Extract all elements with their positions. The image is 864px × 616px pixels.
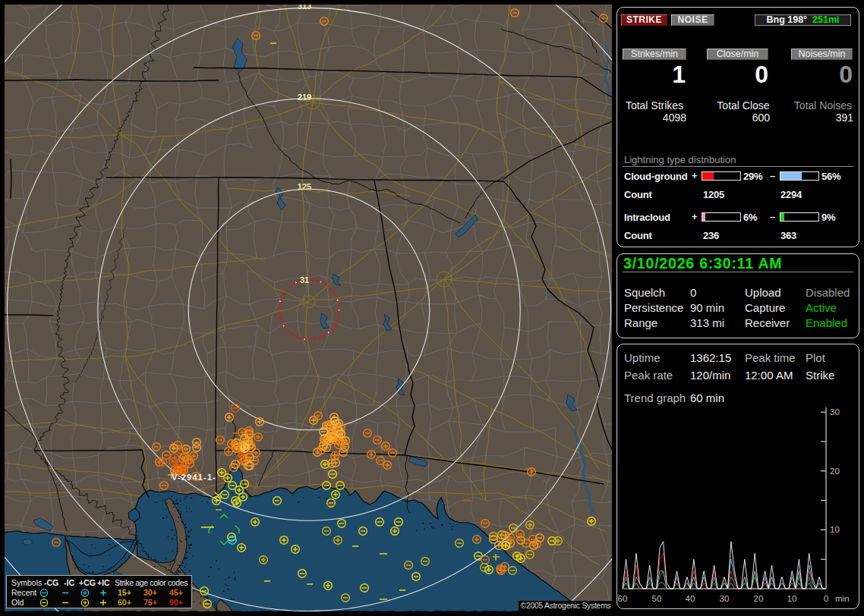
svg-text:30: 30 <box>830 407 840 416</box>
svg-text:-CG: -CG <box>44 578 58 587</box>
svg-text:Strike age color codes: Strike age color codes <box>115 578 188 587</box>
svg-text:-IC: -IC <box>64 578 74 587</box>
svg-text:30+: 30+ <box>143 588 157 597</box>
svg-text:30: 30 <box>720 594 730 603</box>
svg-text:20: 20 <box>754 594 764 603</box>
svg-text:50: 50 <box>652 594 662 603</box>
svg-text:+IC: +IC <box>97 578 110 587</box>
svg-text:125: 125 <box>298 182 311 191</box>
svg-text:90+: 90+ <box>169 598 183 607</box>
svg-text:V-2941-1-: V-2941-1- <box>172 473 216 482</box>
svg-text:10: 10 <box>787 594 797 603</box>
svg-text:20: 20 <box>830 467 840 476</box>
svg-text:31: 31 <box>300 275 309 284</box>
svg-text:min: min <box>835 594 850 603</box>
svg-text:Recent: Recent <box>11 588 36 597</box>
svg-text:45+: 45+ <box>169 588 183 597</box>
svg-text:75+: 75+ <box>143 598 157 607</box>
svg-text:+CG: +CG <box>79 578 96 587</box>
svg-text:Symbols: Symbols <box>11 578 42 587</box>
svg-text:0: 0 <box>824 594 828 603</box>
svg-text:219: 219 <box>298 93 311 102</box>
svg-text:313: 313 <box>298 5 311 11</box>
svg-text:40: 40 <box>686 594 695 603</box>
svg-text:10: 10 <box>830 525 840 534</box>
svg-text:15+: 15+ <box>118 588 131 597</box>
svg-text:Old: Old <box>11 598 24 607</box>
svg-text:60: 60 <box>618 594 628 603</box>
svg-text:60+: 60+ <box>118 598 131 607</box>
